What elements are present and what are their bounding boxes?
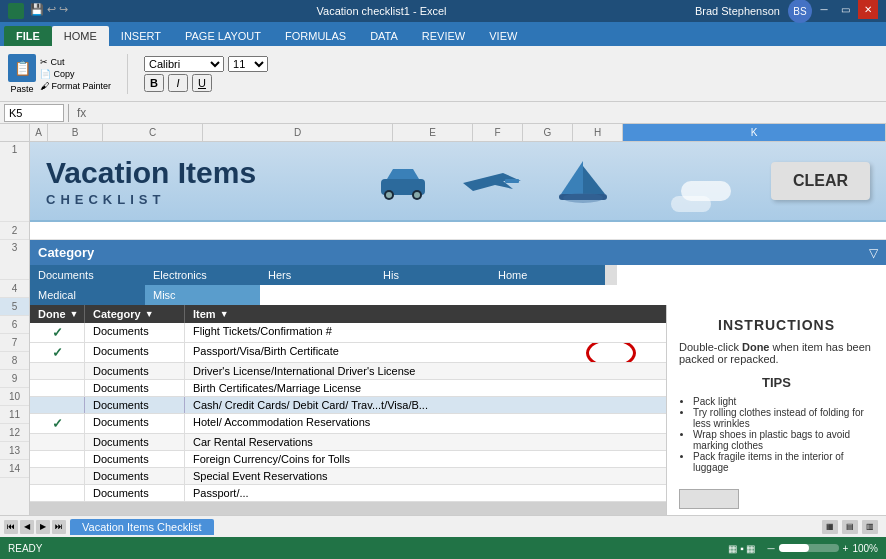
paste-btn[interactable]: 📋 Paste xyxy=(8,54,36,94)
title-bar-icons: 💾 ↩ ↪ xyxy=(8,3,68,19)
tab-file[interactable]: FILE xyxy=(4,26,52,46)
item-dropdown-icon[interactable]: ▼ xyxy=(220,309,229,319)
cat-tag-medical[interactable]: Medical xyxy=(30,285,145,305)
title-bar: 💾 ↩ ↪ Vacation checklist1 - Excel Brad S… xyxy=(0,0,886,22)
row-numbers: 1 2 3 4 5 6 7 8 9 10 11 12 13 14 xyxy=(0,124,30,515)
normal-view-btn[interactable]: ▦ xyxy=(822,520,838,534)
italic-btn[interactable]: I xyxy=(168,74,188,92)
close-button[interactable]: ✕ xyxy=(858,0,878,19)
underline-btn[interactable]: U xyxy=(192,74,212,92)
category-cell-9: Documents xyxy=(85,468,185,484)
col-header-h: H xyxy=(573,124,623,141)
done-cell-9[interactable] xyxy=(30,468,85,484)
col-header-c: C xyxy=(103,124,203,141)
cat-tag-his[interactable]: His xyxy=(375,265,490,285)
status-bar: READY ▦ ▪ ▦ ─ + 100% xyxy=(0,537,886,559)
cat-tag-home[interactable]: Home xyxy=(490,265,605,285)
done-dropdown-icon[interactable]: ▼ xyxy=(70,309,79,319)
category-area: Category ▽ Documents Electronics Hers Hi… xyxy=(30,240,886,305)
item-cell-10: Passport/... xyxy=(185,485,666,501)
category-filter-icon[interactable]: ▽ xyxy=(869,246,878,260)
main-content-area: Done ▼ Category ▼ Item ▼ xyxy=(30,305,886,515)
user-name: Brad Stephenson xyxy=(695,5,780,17)
zoom-in-btn[interactable]: + xyxy=(843,543,849,554)
grid-content: A B C D E F G H K Vacation Items CHECKLI… xyxy=(30,124,886,515)
category-dropdown-icon[interactable]: ▼ xyxy=(145,309,154,319)
page-break-view-btn[interactable]: ▥ xyxy=(862,520,878,534)
category-cell-1: Documents xyxy=(85,323,185,342)
tab-nav-first[interactable]: ⏮ xyxy=(4,520,18,534)
cloud-and-clear: CLEAR xyxy=(731,162,870,200)
done-cell-10[interactable] xyxy=(30,485,85,501)
tab-data[interactable]: DATA xyxy=(358,26,410,46)
cat-tag-documents[interactable]: Documents xyxy=(30,265,145,285)
minimize-button[interactable]: ─ xyxy=(814,0,834,19)
category-header-col: Category ▼ xyxy=(85,305,185,323)
cat-tag-electronics[interactable]: Electronics xyxy=(145,265,260,285)
svg-point-2 xyxy=(386,192,392,198)
tab-nav-next[interactable]: ▶ xyxy=(36,520,50,534)
done-cell-1[interactable]: ✓ xyxy=(30,323,85,342)
font-controls: Calibri 11 xyxy=(144,56,268,72)
row-num-7: 7 xyxy=(0,334,29,352)
placeholder-box xyxy=(679,489,739,509)
tab-nav-last[interactable]: ⏭ xyxy=(52,520,66,534)
category-cell-7: Documents xyxy=(85,434,185,450)
instructions-title: INSTRUCTIONS xyxy=(679,317,874,333)
category-cell-8: Documents xyxy=(85,451,185,467)
sheet-tab-active[interactable]: Vacation Items Checklist xyxy=(70,519,214,535)
clipboard-group: 📋 Paste ✂ Cut 📄 Copy 🖌 Format Painter xyxy=(8,54,111,94)
excel-icon xyxy=(8,3,24,19)
category-cell-3: Documents xyxy=(85,363,185,379)
row-num-4: 4 xyxy=(0,280,29,298)
done-cell-8[interactable] xyxy=(30,451,85,467)
tab-home[interactable]: HOME xyxy=(52,26,109,46)
tab-review[interactable]: REVIEW xyxy=(410,26,477,46)
done-cell-4[interactable] xyxy=(30,380,85,396)
vehicle-icons xyxy=(373,156,613,206)
zoom-slider-track xyxy=(779,544,839,552)
clear-button[interactable]: CLEAR xyxy=(771,162,870,200)
formula-input[interactable] xyxy=(94,104,882,122)
item-cell-1: Flight Tickets/Confirmation # xyxy=(185,323,666,342)
tab-formulas[interactable]: FORMULAS xyxy=(273,26,358,46)
vacation-title-block: Vacation Items CHECKLIST xyxy=(46,156,256,207)
format-painter-btn[interactable]: 🖌 Format Painter xyxy=(40,81,111,91)
page-layout-view-btn[interactable]: ▤ xyxy=(842,520,858,534)
done-cell-2[interactable]: ✓ xyxy=(30,343,85,362)
svg-point-7 xyxy=(563,193,603,203)
cat-tag-misc[interactable]: Misc xyxy=(145,285,260,305)
done-cell-3[interactable] xyxy=(30,363,85,379)
instructions-text: Double-click Done when item has been pac… xyxy=(679,341,874,365)
cat-tag-hers[interactable]: Hers xyxy=(260,265,375,285)
zoom-slider-fill xyxy=(779,544,809,552)
done-cell-7[interactable] xyxy=(30,434,85,450)
restore-button[interactable]: ▭ xyxy=(836,0,856,19)
row-num-5: 5 xyxy=(0,298,29,316)
fx-label: fx xyxy=(77,106,86,120)
tab-view[interactable]: VIEW xyxy=(477,26,529,46)
bold-btn[interactable]: B xyxy=(144,74,164,92)
tab-insert[interactable]: INSERT xyxy=(109,26,173,46)
done-cell-5[interactable] xyxy=(30,397,85,413)
row-num-6: 6 xyxy=(0,316,29,334)
quick-access-icons[interactable]: 💾 ↩ ↪ xyxy=(30,3,68,19)
average-indicator: ▦ ▪ ▦ xyxy=(728,543,755,554)
name-box[interactable]: K5 xyxy=(4,104,64,122)
cut-btn[interactable]: ✂ Cut xyxy=(40,57,111,67)
item-cell-2: Passport/Visa/Birth Certificate xyxy=(185,343,666,362)
row-num-12: 12 xyxy=(0,424,29,442)
table-row: ✓ Documents Hotel/ Accommodation Reserva… xyxy=(30,414,666,434)
done-cell-6[interactable]: ✓ xyxy=(30,414,85,433)
font-size-select[interactable]: 11 xyxy=(228,56,268,72)
done-header-label: Done xyxy=(38,308,66,320)
tab-nav-prev[interactable]: ◀ xyxy=(20,520,34,534)
col-header-e: E xyxy=(393,124,473,141)
tab-page-layout[interactable]: PAGE LAYOUT xyxy=(173,26,273,46)
svg-rect-5 xyxy=(505,179,519,183)
zoom-out-btn[interactable]: ─ xyxy=(767,543,774,554)
font-select[interactable]: Calibri xyxy=(144,56,224,72)
tip-1: Pack light xyxy=(693,396,874,407)
table-row: Documents Car Rental Reservations xyxy=(30,434,666,451)
copy-btn[interactable]: 📄 Copy xyxy=(40,69,111,79)
